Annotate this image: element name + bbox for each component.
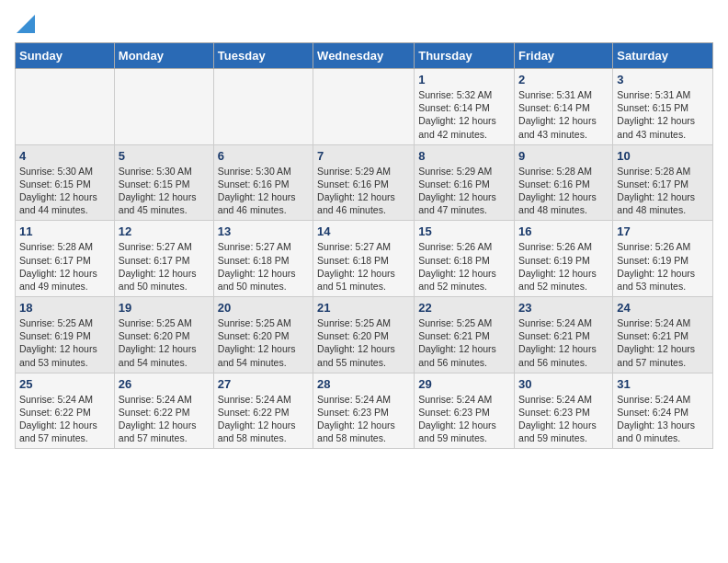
calendar-cell: 23Sunrise: 5:24 AM Sunset: 6:21 PM Dayli… — [515, 297, 613, 373]
calendar-cell: 30Sunrise: 5:24 AM Sunset: 6:23 PM Dayli… — [515, 373, 613, 449]
calendar-cell: 5Sunrise: 5:30 AM Sunset: 6:15 PM Daylig… — [114, 144, 213, 221]
day-detail: Sunrise: 5:25 AM Sunset: 6:19 PM Dayligh… — [19, 316, 110, 369]
calendar-cell: 16Sunrise: 5:26 AM Sunset: 6:19 PM Dayli… — [515, 221, 613, 297]
calendar-cell: 18Sunrise: 5:25 AM Sunset: 6:19 PM Dayli… — [16, 297, 115, 373]
day-detail: Sunrise: 5:31 AM Sunset: 6:14 PM Dayligh… — [518, 88, 609, 141]
day-detail: Sunrise: 5:25 AM Sunset: 6:20 PM Dayligh… — [317, 316, 410, 369]
day-detail: Sunrise: 5:25 AM Sunset: 6:21 PM Dayligh… — [418, 316, 510, 369]
day-number: 18 — [19, 301, 110, 315]
calendar-week-5: 25Sunrise: 5:24 AM Sunset: 6:22 PM Dayli… — [16, 373, 713, 449]
day-number: 1 — [418, 73, 510, 86]
day-number: 17 — [617, 224, 709, 238]
day-number: 27 — [218, 377, 309, 391]
calendar-dow-sunday: Sunday — [16, 43, 115, 69]
day-detail: Sunrise: 5:24 AM Sunset: 6:23 PM Dayligh… — [518, 393, 609, 445]
day-detail: Sunrise: 5:26 AM Sunset: 6:18 PM Dayligh… — [418, 240, 510, 293]
calendar-week-1: 1Sunrise: 5:32 AM Sunset: 6:14 PM Daylig… — [16, 69, 713, 145]
day-number: 6 — [218, 149, 309, 163]
logo — [15, 15, 35, 35]
day-number: 15 — [418, 224, 510, 238]
day-detail: Sunrise: 5:28 AM Sunset: 6:17 PM Dayligh… — [617, 165, 709, 217]
calendar-cell: 15Sunrise: 5:26 AM Sunset: 6:18 PM Dayli… — [415, 221, 515, 297]
day-detail: Sunrise: 5:24 AM Sunset: 6:23 PM Dayligh… — [317, 393, 410, 445]
calendar-cell — [16, 69, 115, 145]
day-number: 7 — [317, 149, 410, 163]
day-detail: Sunrise: 5:32 AM Sunset: 6:14 PM Dayligh… — [418, 88, 510, 141]
calendar-cell: 22Sunrise: 5:25 AM Sunset: 6:21 PM Dayli… — [415, 297, 515, 373]
calendar-dow-tuesday: Tuesday — [213, 43, 313, 69]
calendar-cell: 4Sunrise: 5:30 AM Sunset: 6:15 PM Daylig… — [16, 144, 115, 221]
calendar-dow-wednesday: Wednesday — [313, 43, 415, 69]
day-number: 19 — [119, 301, 210, 315]
calendar-table: SundayMondayTuesdayWednesdayThursdayFrid… — [15, 42, 713, 449]
calendar-cell: 8Sunrise: 5:29 AM Sunset: 6:16 PM Daylig… — [415, 144, 515, 221]
day-number: 10 — [617, 149, 709, 163]
day-number: 24 — [617, 301, 709, 315]
day-number: 12 — [119, 224, 210, 238]
page-header — [15, 15, 713, 35]
calendar-dow-thursday: Thursday — [415, 43, 515, 69]
calendar-cell: 25Sunrise: 5:24 AM Sunset: 6:22 PM Dayli… — [16, 373, 115, 449]
calendar-cell: 19Sunrise: 5:25 AM Sunset: 6:20 PM Dayli… — [114, 297, 213, 373]
calendar-cell: 26Sunrise: 5:24 AM Sunset: 6:22 PM Dayli… — [114, 373, 213, 449]
day-detail: Sunrise: 5:24 AM Sunset: 6:23 PM Dayligh… — [418, 393, 510, 445]
day-number: 21 — [317, 301, 410, 315]
calendar-cell: 17Sunrise: 5:26 AM Sunset: 6:19 PM Dayli… — [613, 221, 713, 297]
day-detail: Sunrise: 5:25 AM Sunset: 6:20 PM Dayligh… — [218, 316, 309, 369]
calendar-week-2: 4Sunrise: 5:30 AM Sunset: 6:15 PM Daylig… — [16, 144, 713, 221]
calendar-cell: 13Sunrise: 5:27 AM Sunset: 6:18 PM Dayli… — [213, 221, 313, 297]
calendar-cell: 1Sunrise: 5:32 AM Sunset: 6:14 PM Daylig… — [415, 69, 515, 145]
calendar-cell: 10Sunrise: 5:28 AM Sunset: 6:17 PM Dayli… — [613, 144, 713, 221]
day-number: 9 — [518, 149, 609, 163]
calendar-cell: 28Sunrise: 5:24 AM Sunset: 6:23 PM Dayli… — [313, 373, 415, 449]
calendar-cell: 20Sunrise: 5:25 AM Sunset: 6:20 PM Dayli… — [213, 297, 313, 373]
day-number: 2 — [518, 73, 609, 86]
calendar-cell: 31Sunrise: 5:24 AM Sunset: 6:24 PM Dayli… — [613, 373, 713, 449]
day-number: 3 — [617, 73, 709, 86]
day-detail: Sunrise: 5:30 AM Sunset: 6:16 PM Dayligh… — [218, 165, 309, 217]
day-detail: Sunrise: 5:28 AM Sunset: 6:16 PM Dayligh… — [518, 165, 609, 217]
calendar-cell: 3Sunrise: 5:31 AM Sunset: 6:15 PM Daylig… — [613, 69, 713, 145]
day-number: 5 — [119, 149, 210, 163]
day-number: 31 — [617, 377, 709, 391]
day-detail: Sunrise: 5:30 AM Sunset: 6:15 PM Dayligh… — [119, 165, 210, 217]
calendar-cell: 24Sunrise: 5:24 AM Sunset: 6:21 PM Dayli… — [613, 297, 713, 373]
day-detail: Sunrise: 5:27 AM Sunset: 6:18 PM Dayligh… — [317, 240, 410, 293]
calendar-dow-saturday: Saturday — [613, 43, 713, 69]
day-number: 14 — [317, 224, 410, 238]
day-detail: Sunrise: 5:26 AM Sunset: 6:19 PM Dayligh… — [518, 240, 609, 293]
calendar-cell: 6Sunrise: 5:30 AM Sunset: 6:16 PM Daylig… — [213, 144, 313, 221]
calendar-cell — [313, 69, 415, 145]
calendar-cell — [213, 69, 313, 145]
day-detail: Sunrise: 5:24 AM Sunset: 6:22 PM Dayligh… — [218, 393, 309, 445]
calendar-dow-friday: Friday — [515, 43, 613, 69]
logo-triangle-icon — [17, 15, 35, 33]
day-number: 13 — [218, 224, 309, 238]
day-number: 30 — [518, 377, 609, 391]
day-detail: Sunrise: 5:29 AM Sunset: 6:16 PM Dayligh… — [418, 165, 510, 217]
day-number: 25 — [19, 377, 110, 391]
calendar-cell: 21Sunrise: 5:25 AM Sunset: 6:20 PM Dayli… — [313, 297, 415, 373]
calendar-cell: 2Sunrise: 5:31 AM Sunset: 6:14 PM Daylig… — [515, 69, 613, 145]
day-number: 8 — [418, 149, 510, 163]
day-number: 23 — [518, 301, 609, 315]
day-number: 26 — [119, 377, 210, 391]
calendar-cell: 7Sunrise: 5:29 AM Sunset: 6:16 PM Daylig… — [313, 144, 415, 221]
day-number: 28 — [317, 377, 410, 391]
calendar-cell: 12Sunrise: 5:27 AM Sunset: 6:17 PM Dayli… — [114, 221, 213, 297]
calendar-week-3: 11Sunrise: 5:28 AM Sunset: 6:17 PM Dayli… — [16, 221, 713, 297]
day-detail: Sunrise: 5:30 AM Sunset: 6:15 PM Dayligh… — [19, 165, 110, 217]
day-number: 20 — [218, 301, 309, 315]
day-detail: Sunrise: 5:31 AM Sunset: 6:15 PM Dayligh… — [617, 88, 709, 141]
calendar-dow-monday: Monday — [114, 43, 213, 69]
day-detail: Sunrise: 5:25 AM Sunset: 6:20 PM Dayligh… — [119, 316, 210, 369]
day-detail: Sunrise: 5:24 AM Sunset: 6:22 PM Dayligh… — [19, 393, 110, 445]
calendar-cell: 29Sunrise: 5:24 AM Sunset: 6:23 PM Dayli… — [415, 373, 515, 449]
calendar-cell: 27Sunrise: 5:24 AM Sunset: 6:22 PM Dayli… — [213, 373, 313, 449]
day-detail: Sunrise: 5:27 AM Sunset: 6:18 PM Dayligh… — [218, 240, 309, 293]
calendar-cell — [114, 69, 213, 145]
day-number: 4 — [19, 149, 110, 163]
day-detail: Sunrise: 5:26 AM Sunset: 6:19 PM Dayligh… — [617, 240, 709, 293]
day-number: 11 — [19, 224, 110, 238]
calendar-cell: 9Sunrise: 5:28 AM Sunset: 6:16 PM Daylig… — [515, 144, 613, 221]
